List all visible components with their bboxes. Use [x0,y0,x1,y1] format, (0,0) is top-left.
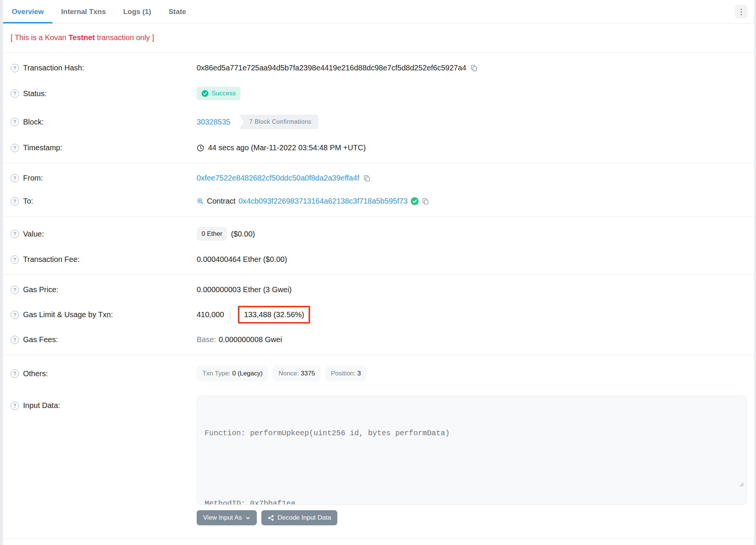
section-addresses: ? From: 0xfee7522e8482682cf50ddc50a0f8da… [3,163,754,216]
position-badge: Position: 3 [325,366,366,382]
copy-icon[interactable] [470,64,478,72]
decode-input-data-button[interactable]: Decode Input Data [261,510,338,525]
help-icon: ? [11,402,19,410]
magnifier-plus-icon[interactable] [197,198,204,205]
label-text: Value: [23,230,44,238]
button-label: View Input As [203,514,242,522]
label-text: Timestamp: [23,143,62,152]
section-others-input: ? Others: Txn Type: 0 (Legacy) Nonce: 33… [3,355,754,539]
block-label: ? Block: [11,118,197,126]
row-to: ? To: Contract 0x4cb093f226983713164a621… [11,190,747,213]
to-contract-prefix: Contract [207,197,236,206]
tab-logs[interactable]: Logs (1) [115,0,160,23]
row-others: ? Others: Txn Type: 0 (Legacy) Nonce: 33… [11,358,747,389]
row-status: ? Status: Success [11,79,747,107]
row-value: ? Value: 0 Ether ($0.00) [11,220,747,248]
gas-base-label: Base: [197,335,216,344]
timestamp-value: 44 secs ago (Mar-11-2022 03:54:48 PM +UT… [208,143,366,152]
testnet-notice: [ This is a Kovan Testnet transaction on… [3,23,754,53]
input-function-line: Function: performUpkeep(uint256 id, byte… [205,427,739,439]
transaction-fee-label: ? Transaction Fee: [11,255,197,264]
gas-limit-label: ? Gas Limit & Usage by Txn: [11,310,197,319]
label-text: Gas Limit & Usage by Txn: [23,310,113,319]
transaction-details-card: Overview Internal Txns Logs (1) State ⋮ … [3,0,754,545]
row-gas-fees: ? Gas Fees: Base: 0.000000008 Gwei [11,328,747,351]
help-icon: ? [11,230,19,238]
to-address-link[interactable]: 0x4cb093f226983713164a62138c3f718a5b595f… [239,197,408,206]
decode-icon [268,515,274,521]
row-transaction-hash: ? Transaction Hash: 0x86ed5a771e725aa94d… [11,56,747,79]
row-input-data: ? Input Data: Function: performUpkeep(ui… [11,389,747,505]
others-label: ? Others: [11,369,197,378]
help-icon: ? [11,197,19,206]
gas-base-value: 0.000000008 Gwei [219,335,282,344]
badge-name: Txn Type: [202,370,230,377]
gas-fees-label: ? Gas Fees: [11,335,197,344]
input-methodid-line: MethodID: 0x7bbaf1ea [205,498,739,505]
row-transaction-fee: ? Transaction Fee: 0.000400464 Ether ($0… [11,248,747,271]
timestamp-label: ? Timestamp: [11,143,197,152]
txn-type-badge: Txn Type: 0 (Legacy) [197,366,268,382]
caret-down-icon [245,515,250,520]
copy-icon[interactable] [422,198,429,205]
bottom-spacer [3,539,754,545]
gas-price-label: ? Gas Price: [11,285,197,294]
tab-state[interactable]: State [160,0,195,23]
section-value-fee: ? Value: 0 Ether ($0.00) ? Transaction F… [3,216,754,275]
kebab-icon: ⋮ [737,7,745,16]
transaction-hash-label: ? Transaction Hash: [11,64,197,72]
usd-value: ($0.00) [231,230,255,238]
status-text: Success [211,90,236,97]
gas-separator: | [228,311,233,319]
row-gas-limit-usage: ? Gas Limit & Usage by Txn: 410,000 | 13… [11,301,747,328]
label-text: From: [23,174,43,182]
copy-icon[interactable] [363,174,371,182]
badge-name: Nonce: [278,370,299,377]
block-confirmations-badge: 7 Block Confirmations [239,115,318,129]
help-icon: ? [11,118,19,126]
section-gas: ? Gas Price: 0.000000003 Ether (3 Gwei) … [3,275,754,355]
section-overview-top: ? Transaction Hash: 0x86ed5a771e725aa94d… [3,53,754,163]
badge-name: Position: [331,370,355,377]
label-text: To: [23,197,33,206]
transaction-fee-value: 0.000400464 Ether ($0.00) [197,255,287,264]
input-data-actions: View Input As Decode Input Data [197,510,747,525]
view-input-as-button[interactable]: View Input As [197,510,257,525]
more-options-button[interactable]: ⋮ [735,5,748,19]
gas-usage-value: 133,488 (32.56%) [244,310,304,319]
badge-value: 3375 [301,370,315,377]
badge-value: 0 (Legacy) [232,370,262,377]
help-icon: ? [11,255,19,264]
help-icon: ? [11,286,19,294]
nonce-badge: Nonce: 3375 [273,366,320,382]
verified-check-icon [411,197,419,205]
value-label: ? Value: [11,230,197,238]
help-icon: ? [11,336,19,344]
gas-price-value: 0.000000003 Ether (3 Gwei) [197,285,292,294]
transaction-hash-value: 0x86ed5a771e725aa94d5b7fa2398e4419e216d8… [197,64,466,72]
notice-suffix: transaction only ] [95,33,154,42]
label-text: Gas Price: [23,285,58,294]
tab-internal-txns[interactable]: Internal Txns [53,0,115,23]
notice-prefix: [ This is a Kovan [11,33,68,42]
resize-handle[interactable] [684,467,744,502]
row-timestamp: ? Timestamp: 44 secs ago (Mar-11-2022 03… [11,136,747,159]
check-circle-icon [202,90,208,97]
help-icon: ? [11,311,19,319]
from-address-link[interactable]: 0xfee7522e8482682cf50ddc50a0f8da2a39effa… [197,174,359,182]
input-data-box[interactable]: Function: performUpkeep(uint256 id, byte… [197,396,747,505]
help-icon: ? [11,369,19,378]
tab-overview[interactable]: Overview [3,0,53,23]
tab-bar: Overview Internal Txns Logs (1) State ⋮ [3,0,754,23]
row-gas-price: ? Gas Price: 0.000000003 Ether (3 Gwei) [11,278,747,301]
help-icon: ? [11,144,19,152]
block-number-link[interactable]: 30328535 [197,118,230,126]
to-label: ? To: [11,197,197,206]
status-badge: Success [197,87,241,100]
label-text: Status: [23,89,47,98]
ether-value-badge: 0 Ether [197,227,227,241]
notice-bold: Testnet [68,33,95,42]
gas-usage-highlight-box: 133,488 (32.56%) [238,306,310,324]
status-label: ? Status: [11,89,197,98]
label-text: Transaction Fee: [23,255,79,264]
